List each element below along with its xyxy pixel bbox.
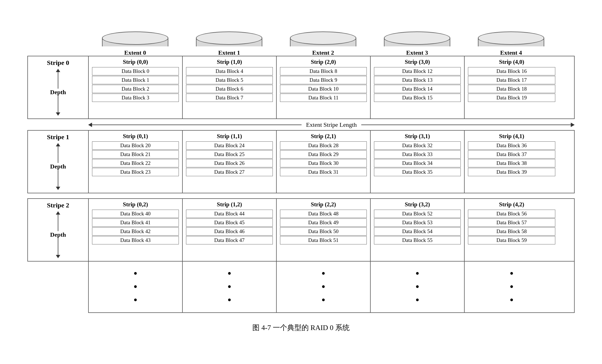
- data-block-s1-c1-b2: Data Block 26: [186, 159, 273, 167]
- stripe-name-0: Stripe 0: [47, 59, 69, 67]
- cylinder-top-4: [478, 31, 544, 45]
- strip-title-s0-c2: Strip (2,0): [311, 59, 336, 65]
- data-block-s1-c2-b3: Data Block 31: [280, 168, 367, 176]
- page: Extent 0 Extent 1 Extent 2 Extent 3 Exte…: [11, 20, 591, 344]
- cylinder-top-1: [196, 31, 262, 45]
- dots-cell-4: •••: [465, 262, 559, 312]
- strip-title-s0-c0: Strip (0,0): [123, 59, 148, 65]
- data-block-s2-c3-b1: Data Block 53: [374, 218, 461, 227]
- strip-title-s2-c1: Strip (1,2): [217, 201, 242, 208]
- cylinder-0: Extent 0: [88, 31, 182, 56]
- arrow-down-icon-0: [56, 112, 60, 116]
- dots-cell-2: •••: [277, 262, 371, 312]
- dots-2: •••: [321, 267, 325, 307]
- depth-arrow-2: Depth: [50, 211, 66, 258]
- strip-title-s2-c2: Strip (2,2): [311, 201, 336, 208]
- data-block-s0-c1-b2: Data Block 6: [186, 85, 273, 93]
- extent-stripe-length-row: Extent Stripe Length: [88, 119, 575, 131]
- extent-label-2: Extent 2: [312, 49, 334, 56]
- strip-title-s1-c3: Strip (3,1): [405, 133, 430, 140]
- data-block-s1-c4-b3: Data Block 39: [468, 168, 555, 176]
- extent-label-4: Extent 4: [500, 49, 522, 56]
- data-block-s0-c3-b3: Data Block 15: [374, 94, 461, 102]
- data-block-s0-c3-b0: Data Block 12: [374, 67, 461, 75]
- data-block-s0-c3-b1: Data Block 13: [374, 76, 461, 84]
- strip-cell-s0-c1: Strip (1,0)Data Block 4Data Block 5Data …: [183, 56, 277, 118]
- data-block-s1-c1-b3: Data Block 27: [186, 168, 273, 176]
- depth-arrow-1: Depth: [50, 143, 66, 190]
- stripe-name-2: Stripe 2: [47, 202, 69, 209]
- dots-cell-1: •••: [183, 262, 277, 312]
- strip-cell-s0-c3: Strip (3,0)Data Block 12Data Block 13Dat…: [371, 56, 465, 118]
- cylinder-2: Extent 2: [276, 31, 370, 56]
- data-block-s1-c1-b0: Data Block 24: [186, 141, 273, 150]
- data-block-s0-c1-b1: Data Block 5: [186, 76, 273, 84]
- extent-label-0: Extent 0: [124, 49, 146, 56]
- cylinder-3: Extent 3: [370, 31, 464, 56]
- arrow-up-icon-1: [56, 143, 60, 146]
- data-block-s1-c1-b1: Data Block 25: [186, 150, 273, 159]
- strip-cell-s2-c4: Strip (4,2)Data Block 56Data Block 57Dat…: [465, 199, 559, 261]
- data-block-s1-c3-b1: Data Block 33: [374, 150, 461, 159]
- data-block-s1-c0-b0: Data Block 20: [92, 141, 179, 150]
- data-block-s1-c2-b2: Data Block 30: [280, 159, 367, 167]
- strip-title-s0-c4: Strip (4,0): [499, 59, 524, 65]
- cylinder-1: Extent 1: [182, 31, 276, 56]
- cylinder-top-3: [384, 31, 450, 45]
- strip-cell-s2-c1: Strip (1,2)Data Block 44Data Block 45Dat…: [183, 199, 277, 261]
- data-block-s2-c2-b0: Data Block 48: [280, 210, 367, 218]
- stripe-label-col-2: Stripe 2 Depth: [28, 199, 89, 261]
- extent-stripe-label: Extent Stripe Length: [302, 121, 361, 128]
- data-block-s2-c4-b0: Data Block 56: [468, 210, 555, 218]
- cylinders-top-row: Extent 0 Extent 1 Extent 2 Extent 3 Exte…: [88, 31, 575, 56]
- caption: 图 4-7 一个典型的 RAID 0 系统: [27, 323, 575, 333]
- depth-arrow-line-1: Depth: [50, 143, 66, 190]
- arrow-up-icon-2: [56, 211, 60, 215]
- strip-cell-s1-c3: Strip (3,1)Data Block 32Data Block 33Dat…: [371, 131, 465, 193]
- data-block-s0-c4-b3: Data Block 19: [468, 94, 555, 102]
- data-block-s1-c0-b3: Data Block 23: [92, 168, 179, 176]
- strip-title-s1-c4: Strip (4,1): [499, 133, 524, 140]
- data-block-s2-c2-b2: Data Block 50: [280, 227, 367, 236]
- data-block-s2-c0-b1: Data Block 41: [92, 218, 179, 227]
- strip-cell-s0-c2: Strip (2,0)Data Block 8Data Block 9Data …: [277, 56, 371, 118]
- data-block-s2-c0-b0: Data Block 40: [92, 210, 179, 218]
- strip-cell-s2-c3: Strip (3,2)Data Block 52Data Block 53Dat…: [371, 199, 465, 261]
- dots-row: •••••••••••••••: [88, 261, 575, 313]
- dots-1: •••: [227, 267, 231, 307]
- cylinder-4: Extent 4: [464, 31, 558, 56]
- data-block-s2-c3-b3: Data Block 55: [374, 236, 461, 244]
- vert-line2-0: [58, 96, 58, 112]
- strip-cell-s0-c0: Strip (0,0)Data Block 0Data Block 1Data …: [89, 56, 183, 118]
- strip-cell-s1-c4: Strip (4,1)Data Block 36Data Block 37Dat…: [465, 131, 559, 193]
- strip-title-s2-c3: Strip (3,2): [405, 201, 430, 208]
- stripe-section-2: Stripe 2 Depth Strip (0,2)Data Block 40D…: [27, 198, 575, 262]
- strip-cell-s1-c2: Strip (2,1)Data Block 28Data Block 29Dat…: [277, 131, 371, 193]
- horiz-line-right: [361, 125, 571, 125]
- data-block-s0-c0-b2: Data Block 2: [92, 85, 179, 93]
- data-block-s2-c4-b3: Data Block 59: [468, 236, 555, 244]
- depth-arrow-line-2: Depth: [50, 211, 66, 258]
- strip-title-s2-c0: Strip (0,2): [123, 201, 148, 208]
- data-block-s1-c4-b1: Data Block 37: [468, 150, 555, 159]
- data-block-s0-c2-b3: Data Block 11: [280, 94, 367, 102]
- horiz-line-left: [92, 125, 302, 125]
- vert-line-2: [58, 215, 58, 231]
- cylinder-top-2: [290, 31, 356, 45]
- strip-cell-s0-c4: Strip (4,0)Data Block 16Data Block 17Dat…: [465, 56, 559, 118]
- arrow-left-icon: [88, 123, 92, 127]
- depth-arrow-line-0: Depth: [50, 69, 66, 116]
- data-block-s2-c4-b2: Data Block 58: [468, 227, 555, 236]
- strip-title-s1-c0: Strip (0,1): [123, 133, 148, 140]
- stripe-name-1: Stripe 1: [47, 133, 69, 141]
- strip-title-s0-c3: Strip (3,0): [405, 59, 430, 65]
- extent-line: Extent Stripe Length: [88, 121, 575, 128]
- data-block-s1-c4-b0: Data Block 36: [468, 141, 555, 150]
- data-block-s2-c0-b3: Data Block 43: [92, 236, 179, 244]
- data-block-s1-c0-b1: Data Block 21: [92, 150, 179, 159]
- data-block-s2-c3-b0: Data Block 52: [374, 210, 461, 218]
- data-block-s0-c0-b3: Data Block 3: [92, 94, 179, 102]
- data-block-s2-c0-b2: Data Block 42: [92, 227, 179, 236]
- dots-3: •••: [415, 267, 419, 307]
- dots-0: •••: [134, 267, 137, 307]
